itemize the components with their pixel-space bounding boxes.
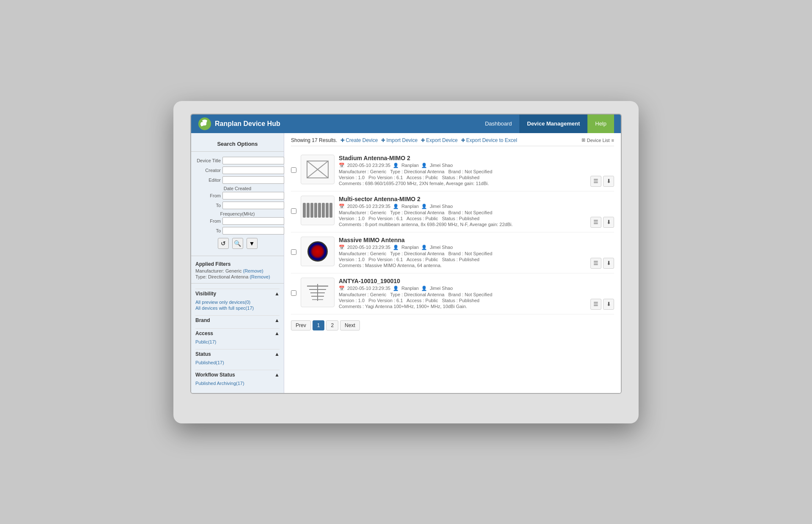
filter-manufacturer-remove[interactable]: (Remove): [243, 268, 263, 273]
device-comments-text-2: 8-port multibeam antenna, 8x 698-2690 MH…: [365, 222, 513, 227]
device-info-3: Massive MIMO Antenna 📅 2020-05-10 23:29:…: [339, 237, 586, 269]
editor-icon-3: 👤: [421, 245, 427, 250]
device-details-btn-2[interactable]: ☰: [590, 217, 601, 228]
export-device-link[interactable]: ✚ Export Device: [421, 137, 458, 143]
import-device-link[interactable]: ✚ Import Device: [381, 137, 417, 143]
filter-type: Type: Directional Antenna (Remove): [191, 274, 284, 280]
device-title-input[interactable]: [222, 157, 284, 164]
device-manufacturer-1: Generic: [370, 169, 387, 174]
device-checkbox-1[interactable]: [291, 167, 296, 173]
export-excel-link[interactable]: ✚ Export Device to Excel: [461, 137, 517, 143]
editor-input[interactable]: [222, 176, 284, 184]
top-nav: Ranplan Device Hub Dashboard Device Mana…: [191, 115, 621, 133]
nav-device-management[interactable]: Device Management: [519, 115, 587, 133]
status-chevron: ▲: [274, 351, 280, 357]
list-icon: ≡: [612, 138, 614, 143]
prev-page-btn[interactable]: Prev: [291, 320, 311, 330]
calendar-icon-1: 📅: [339, 163, 345, 168]
device-download-btn-4[interactable]: ⬇: [603, 299, 614, 310]
workflow-status-header[interactable]: Workflow Status ▲: [195, 370, 280, 379]
device-details-btn-4[interactable]: ☰: [590, 299, 601, 310]
device-meta-row2-4: Version : 1.0 Pro Version : 6.1 Access :…: [339, 298, 586, 303]
nav-help[interactable]: Help: [587, 115, 614, 133]
device-comments-text-3: Massive MIMO Antenna, 64 antenna.: [365, 263, 442, 268]
device-download-btn-2[interactable]: ⬇: [603, 217, 614, 228]
multi-sector-icon: [303, 203, 332, 218]
device-actions-2: ☰ ⬇: [590, 217, 614, 228]
page-2-btn[interactable]: 2: [326, 320, 338, 330]
device-checkbox-3[interactable]: [291, 249, 296, 255]
search-button[interactable]: 🔍: [232, 238, 243, 249]
visibility-chevron: ▲: [274, 291, 280, 297]
access-content: Public(17): [195, 338, 280, 346]
create-device-link[interactable]: ✚ Create Device: [340, 137, 378, 143]
freq-from-input[interactable]: [222, 217, 284, 225]
date-from-row: From: [195, 192, 280, 199]
device-status-3: Published: [459, 257, 479, 262]
filter-type-remove[interactable]: (Remove): [250, 274, 270, 279]
view-toggle[interactable]: ⊞ Device List ≡: [582, 137, 614, 143]
device-image-3: [301, 237, 335, 266]
workflow-status-link[interactable]: Published Archiving(17): [195, 380, 280, 386]
export-excel-icon: ✚: [461, 137, 465, 143]
divider-1: [191, 256, 284, 256]
divider-2: [191, 283, 284, 284]
device-card-3: Massive MIMO Antenna 📅 2020-05-10 23:29:…: [291, 232, 614, 273]
visibility-link-full[interactable]: All devices with full spec(17): [195, 305, 280, 311]
reset-button[interactable]: ↺: [218, 238, 229, 249]
results-info: Showing 17 Results. ✚ Create Device ✚ Im…: [291, 137, 517, 143]
visibility-header[interactable]: Visibility ▲: [195, 289, 280, 298]
access-link-public[interactable]: Public(17): [195, 339, 280, 345]
main-content: Showing 17 Results. ✚ Create Device ✚ Im…: [284, 133, 621, 393]
device-checkbox-2[interactable]: [291, 208, 296, 214]
device-meta-row1-2: Manufacturer : Generic Type : Directiona…: [339, 210, 586, 215]
search-actions: ↺ 🔍 ▼: [195, 238, 280, 249]
device-checkbox-4[interactable]: [291, 290, 296, 296]
main-layout: Search Options Device Title Creator Edit…: [191, 133, 621, 393]
visibility-link-preview[interactable]: All preview only devices(0): [195, 299, 280, 305]
create-icon: ✚: [340, 137, 345, 143]
ranplan-logo-icon: [198, 117, 211, 131]
nav-dashboard[interactable]: Dashboard: [477, 115, 520, 133]
laptop-screen: Ranplan Device Hub Dashboard Device Mana…: [190, 114, 622, 394]
device-download-btn-1[interactable]: ⬇: [603, 176, 614, 187]
brand-header[interactable]: Brand ▲: [195, 315, 280, 325]
page-1-btn[interactable]: 1: [313, 320, 325, 330]
device-brand-1: Not Specified: [465, 169, 492, 174]
device-meta-date-1: 📅 2020-05-10 23:29:35 👤 Ranplan 👤 Jimei …: [339, 163, 586, 168]
device-details-btn-1[interactable]: ☰: [590, 176, 601, 187]
editor-icon-4: 👤: [421, 286, 427, 291]
access-header[interactable]: Access ▲: [195, 328, 280, 338]
freq-from-row: From: [195, 217, 280, 225]
status-header[interactable]: Status ▲: [195, 349, 280, 359]
device-access-4: Public: [425, 298, 438, 303]
creator-input[interactable]: [222, 166, 284, 174]
device-image-2: [301, 196, 335, 225]
device-meta-row2-1: Version : 1.0 Pro Version : 6.1 Access :…: [339, 175, 586, 180]
filter-button[interactable]: ▼: [247, 238, 258, 249]
next-page-btn[interactable]: Next: [340, 320, 360, 330]
editor-icon-1: 👤: [421, 163, 427, 168]
editor-icon-2: 👤: [421, 204, 427, 209]
device-image-1: [301, 155, 335, 184]
device-title-label: Device Title: [195, 158, 221, 163]
device-download-btn-3[interactable]: ⬇: [603, 258, 614, 269]
device-access-3: Public: [425, 257, 438, 262]
freq-to-input[interactable]: [222, 227, 284, 235]
device-editor-4: Jimei Shao: [430, 286, 453, 291]
device-status-2: Published: [459, 216, 479, 221]
device-manufacturer-2: Generic: [370, 210, 387, 215]
device-meta-date-4: 📅 2020-05-10 23:29:35 👤 Ranplan 👤 Jimei …: [339, 286, 586, 291]
applied-filters-title: Applied Filters: [191, 259, 284, 268]
device-version-4: 1.0: [358, 298, 365, 303]
date-to-input[interactable]: [222, 202, 284, 209]
device-type-4: Directional Antenna: [404, 292, 444, 297]
date-from-input[interactable]: [222, 192, 284, 199]
access-chevron: ▲: [274, 330, 280, 336]
sidebar-title: Search Options: [191, 137, 284, 152]
export-icon: ✚: [421, 137, 425, 143]
device-version-2: 1.0: [358, 216, 365, 221]
device-details-btn-3[interactable]: ☰: [590, 258, 601, 269]
status-link-published[interactable]: Published(17): [195, 360, 280, 366]
antenna-placeholder-icon: [305, 159, 330, 180]
